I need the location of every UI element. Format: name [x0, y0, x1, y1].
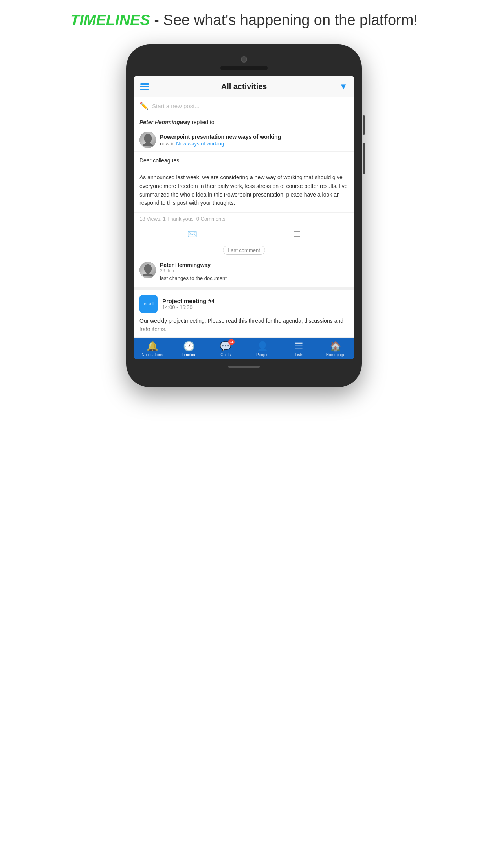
event-title[interactable]: Project meeting #4: [162, 298, 349, 304]
activity-card: Peter Hemmingway replied to Powerpoint p…: [134, 114, 354, 290]
timeline-icon: 🕐: [183, 341, 195, 352]
phone-speaker: [220, 66, 268, 70]
filter-icon[interactable]: ▼: [339, 81, 348, 92]
reply-action: replied to: [190, 119, 214, 125]
commenter-avatar-image: [139, 262, 156, 278]
post-stats: 18 Views, 1 Thank yous, 0 Comments: [134, 212, 354, 225]
nav-icon-wrap-people: 👤: [257, 341, 268, 352]
people-icon: 👤: [257, 341, 268, 352]
post-location-prefix: now in: [160, 141, 176, 147]
nav-item-people[interactable]: 👤 People: [244, 341, 281, 357]
app-header: All activities ▼: [134, 76, 354, 97]
event-time: 14:00 - 16:30: [162, 304, 349, 310]
nav-item-lists[interactable]: ☰ Lists: [281, 341, 317, 357]
nav-label-lists: Lists: [295, 353, 303, 357]
divider-line-right: [269, 250, 349, 250]
tagline: TIMELINES - See what's happening on the …: [70, 12, 418, 29]
replier-name: Peter Hemmingway: [139, 119, 190, 125]
nav-item-chats[interactable]: 💬 24 Chats: [207, 341, 244, 357]
nav-item-timeline[interactable]: 🕐 Timeline: [171, 341, 207, 357]
comment-text: last changes to the document: [160, 275, 227, 281]
message-icon[interactable]: ✉️: [187, 229, 197, 239]
side-button-2: [363, 143, 365, 174]
phone-shell: All activities ▼ ✏️ Start a new post... …: [126, 44, 362, 387]
pencil-icon: ✏️: [139, 101, 148, 110]
post-body: Dear colleagues, As announced last week,…: [134, 152, 354, 212]
nav-label-chats: Chats: [220, 353, 231, 357]
last-comment-badge: Last comment: [223, 246, 265, 255]
post-header: Powerpoint presentation new ways of work…: [134, 129, 354, 152]
comment-date: 29 Jun: [160, 268, 227, 274]
event-header: 19 Jul Project meeting #4 14:00 - 16:30: [139, 295, 349, 313]
activity-feed: Peter Hemmingway replied to Powerpoint p…: [134, 114, 354, 338]
nav-icon-wrap-timeline: 🕐: [183, 341, 195, 352]
nav-label-notifications: Notifications: [141, 353, 163, 357]
nav-item-notifications[interactable]: 🔔 Notifications: [134, 341, 171, 357]
event-body: Our weekly projectmeeting. Please read t…: [139, 317, 349, 333]
bottom-nav: 🔔 Notifications 🕐 Timeline 💬 24 Chats: [134, 338, 354, 359]
event-card: 19 Jul Project meeting #4 14:00 - 16:30 …: [134, 290, 354, 338]
calendar-badge: 19 Jul: [139, 295, 158, 313]
new-post-placeholder: Start a new post...: [152, 103, 200, 109]
nav-icon-wrap-homepage: 🏠: [330, 341, 341, 352]
nav-icon-wrap-lists: ☰: [295, 341, 303, 352]
avatar: [139, 132, 156, 148]
nav-label-timeline: Timeline: [182, 353, 196, 357]
new-post-area[interactable]: ✏️ Start a new post...: [134, 97, 354, 114]
nav-icon-wrap-chats: 💬 24: [220, 341, 231, 352]
commenter-avatar: [139, 262, 156, 278]
homepage-icon: 🏠: [330, 341, 341, 352]
post-location-link[interactable]: New ways of working: [176, 141, 224, 147]
lists-icon: ☰: [295, 341, 303, 352]
post-title[interactable]: Powerpoint presentation new ways of work…: [160, 133, 349, 140]
last-comment-divider: Last comment: [134, 243, 354, 258]
nav-item-homepage[interactable]: 🏠 Homepage: [317, 341, 354, 357]
post-actions: ✉️ ☰: [134, 225, 354, 243]
post-title-area: Powerpoint presentation new ways of work…: [160, 133, 349, 146]
post-subtitle: now in New ways of working: [160, 141, 349, 147]
phone-screen: All activities ▼ ✏️ Start a new post... …: [134, 76, 354, 359]
hamburger-line-2: [140, 86, 149, 87]
hamburger-line-1: [140, 83, 149, 85]
hamburger-line-3: [140, 89, 149, 90]
notifications-icon: 🔔: [147, 341, 158, 352]
phone-bottom-bar: [228, 366, 260, 368]
comment-block: Peter Hemmingway 29 Jun last changes to …: [134, 258, 354, 287]
nav-label-homepage: Homepage: [326, 353, 345, 357]
comment-meta: Peter Hemmingway 29 Jun last changes to …: [160, 262, 227, 281]
divider-line-left: [139, 250, 219, 250]
chats-badge: 24: [228, 339, 235, 345]
avatar-image: [139, 132, 156, 148]
event-info: Project meeting #4 14:00 - 16:30: [162, 298, 349, 310]
side-button: [363, 115, 365, 135]
commenter-name: Peter Hemmingway: [160, 262, 211, 268]
list-icon[interactable]: ☰: [294, 229, 301, 239]
hamburger-menu-button[interactable]: [140, 83, 149, 90]
nav-icon-wrap-notifications: 🔔: [147, 341, 158, 352]
header-title: All activities: [221, 82, 267, 91]
phone-camera: [241, 56, 247, 63]
activity-replied-header: Peter Hemmingway replied to: [134, 114, 354, 129]
brand-name: TIMELINES: [70, 12, 150, 28]
nav-label-people: People: [256, 353, 268, 357]
